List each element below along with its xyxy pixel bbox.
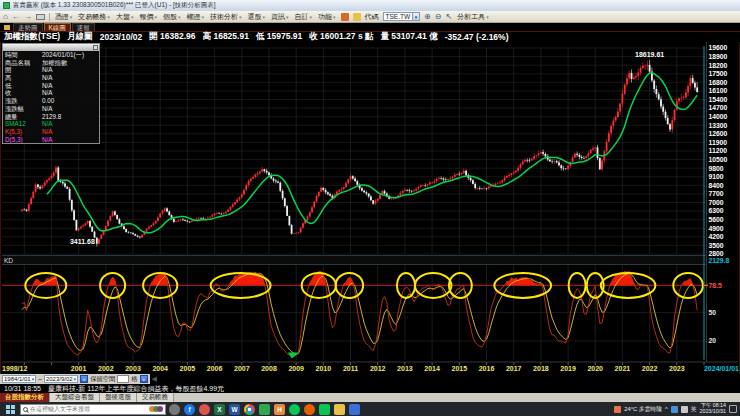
word-icon[interactable]: W xyxy=(229,404,240,415)
chevron-down-icon: ▾ xyxy=(333,14,336,20)
scroll-left-icon[interactable]: ◀ xyxy=(150,374,159,384)
menu-item-9[interactable]: 自訂▾ xyxy=(293,12,313,22)
line2-icon[interactable] xyxy=(319,404,330,415)
chart-area[interactable]: KD19600189001820017500168001610015400147… xyxy=(0,42,740,374)
menu-item-label: 大盤 xyxy=(116,12,130,22)
news-ticker[interactable]: 10/31 18:55 慶康科技-新 112年上半年度綜合損益表，每股盈餘4.9… xyxy=(0,384,740,393)
window-titlebar: 富貴贏家 (版本 1.33 2308300501B026)*** 已登入(U1)… xyxy=(0,0,740,11)
tooltip-row-label: 時間 xyxy=(5,51,42,59)
line-icon[interactable] xyxy=(289,404,300,415)
svg-text:11900: 11900 xyxy=(709,139,728,146)
menu-item-2[interactable]: 大盤▾ xyxy=(115,12,135,22)
chevron-down-icon[interactable]: ▾ xyxy=(412,13,419,20)
ime-indicator[interactable]: 英 xyxy=(691,405,697,414)
news-text: 慶康科技-新 112年上半年度綜合損益表，每股盈餘4.99元 xyxy=(48,384,224,394)
chrome-icon[interactable] xyxy=(244,404,255,415)
workspace-tab-2[interactable]: 盤後選股 xyxy=(100,393,137,402)
taskbar-app-icons: fXWH xyxy=(169,404,360,415)
workspace-tab-3[interactable]: 交易帳務 xyxy=(137,393,174,402)
svg-text:10500: 10500 xyxy=(709,156,728,163)
keep-space-label: 保留空間 xyxy=(90,375,115,384)
menu-item-label: 交易帳務 xyxy=(78,12,106,22)
notification-icon[interactable] xyxy=(729,405,737,413)
svg-text:2005: 2005 xyxy=(180,365,196,372)
app-icon-orange[interactable]: H xyxy=(274,404,285,415)
keep-space-input[interactable] xyxy=(117,375,129,383)
menu-item-4[interactable]: 個股▾ xyxy=(162,12,182,22)
svg-text:6300: 6300 xyxy=(709,207,724,214)
menu-item-0[interactable]: 憑證▾ xyxy=(54,12,74,22)
svg-text:4200: 4200 xyxy=(709,233,724,240)
confirm-button[interactable]: » xyxy=(140,375,148,383)
menu-item-analysis-tools[interactable]: 分析工具▾ xyxy=(456,12,490,22)
back-icon[interactable]: ← xyxy=(12,13,20,21)
menu-item-6[interactable]: 技術分析▾ xyxy=(209,12,243,22)
svg-text:2011: 2011 xyxy=(343,365,358,372)
taskbar-clock[interactable]: 下午 08:14 2023/10/31 xyxy=(699,403,726,415)
folder-icon[interactable] xyxy=(353,13,361,21)
workspace-tab-1[interactable]: 大盤綜合看盤 xyxy=(50,393,100,402)
svg-text:17500: 17500 xyxy=(709,70,728,77)
tray-app-icon[interactable] xyxy=(671,406,678,413)
tooltip-row: 低N/A xyxy=(3,82,99,90)
tooltip-row-label: K(5,3) xyxy=(5,128,42,136)
pin-icon[interactable] xyxy=(93,45,98,50)
home-icon[interactable]: ⌂ xyxy=(3,13,8,21)
high-annotation: 18619.61 xyxy=(635,51,664,58)
svg-text:2001: 2001 xyxy=(71,365,87,372)
menu-item-label: 功能 xyxy=(318,12,332,22)
tooltip-panel-header[interactable] xyxy=(3,44,99,51)
date-to-combobox[interactable]: 2023/9/02▾ xyxy=(44,375,78,383)
zoom-in-icon[interactable]: ⊕ xyxy=(424,13,431,21)
chart-folder-icon xyxy=(4,25,10,30)
apply-range-button[interactable]: » xyxy=(80,375,88,383)
workspace-tab-0[interactable]: 台股指數分析 xyxy=(0,393,50,402)
application-window: 富貴贏家 (版本 1.33 2308300501B026)*** 已登入(U1)… xyxy=(0,0,740,416)
start-button[interactable] xyxy=(3,403,17,415)
candlestick-kd-chart[interactable]: KD19600189001820017500168001610015400147… xyxy=(0,42,740,374)
tooltip-row: SMA12N/A xyxy=(3,120,99,128)
tab-1[interactable]: K線圖 xyxy=(44,23,71,31)
weather-text[interactable]: 24°C 多雲時陰 xyxy=(624,405,662,414)
search-input[interactable] xyxy=(30,406,132,412)
menu-item-5[interactable]: 權證▾ xyxy=(185,12,205,22)
menu-item-8[interactable]: 資訊▾ xyxy=(270,12,290,22)
menu-item-1[interactable]: 交易帳務▾ xyxy=(77,12,111,22)
data-tooltip-panel[interactable]: 時間2024/01/01(一)商品名稱加權指數開N/A高N/A低N/A收N/A漲… xyxy=(2,43,100,144)
tooltip-row-label: 高 xyxy=(5,74,42,82)
svg-text:2008: 2008 xyxy=(261,365,277,372)
excel-icon[interactable]: X xyxy=(214,404,225,415)
chevron-down-icon: ▾ xyxy=(131,14,134,20)
search-icon xyxy=(23,407,28,412)
toolbar: ⌂ ← → 憑證▾交易帳務▾大盤▾報價▾個股▾權證▾技術分析▾選股▾資訊▾自訂▾… xyxy=(0,11,740,23)
app-icon-red[interactable] xyxy=(199,404,210,415)
menu-item-10[interactable]: 功能▾ xyxy=(317,12,337,22)
facebook-icon[interactable]: f xyxy=(184,404,195,415)
svg-text:1998/12: 1998/12 xyxy=(2,365,27,372)
print-icon[interactable] xyxy=(36,14,45,20)
forward-icon[interactable]: → xyxy=(24,13,32,21)
app-icon-green[interactable] xyxy=(259,404,270,415)
symbol-code-combobox[interactable]: TSE.TW ▾ xyxy=(383,12,421,21)
settings-icon[interactable] xyxy=(169,404,180,415)
tab-0[interactable]: 走勢圖 xyxy=(13,23,43,31)
app-icon-blue[interactable] xyxy=(349,404,360,415)
svg-text:14000: 14000 xyxy=(709,113,728,120)
tray-app-icon-2[interactable] xyxy=(681,406,688,413)
menu-item-3[interactable]: 報價▾ xyxy=(138,12,158,22)
date-from-combobox[interactable]: 1984/1/01▾ xyxy=(2,375,36,383)
svg-text:11200: 11200 xyxy=(709,147,728,154)
brush-icon[interactable] xyxy=(341,13,349,21)
zoom-out-icon[interactable]: ⊖ xyxy=(435,13,442,21)
firefox-icon[interactable] xyxy=(304,404,315,415)
weather-icon[interactable] xyxy=(614,406,621,413)
svg-text:2020: 2020 xyxy=(587,365,603,372)
taskbar-search[interactable] xyxy=(20,404,166,415)
workspace-tab-bar: 台股指數分析大盤綜合看盤盤後選股交易帳務 xyxy=(0,393,740,402)
folder-icon[interactable] xyxy=(334,404,345,415)
toolbar-divider xyxy=(49,13,50,21)
menu-item-7[interactable]: 選股▾ xyxy=(246,12,266,22)
tab-2[interactable]: 速報 xyxy=(72,23,95,31)
tray-expand-icon[interactable]: ^ xyxy=(665,406,668,412)
cursor-icon[interactable]: ↖ xyxy=(445,13,452,21)
